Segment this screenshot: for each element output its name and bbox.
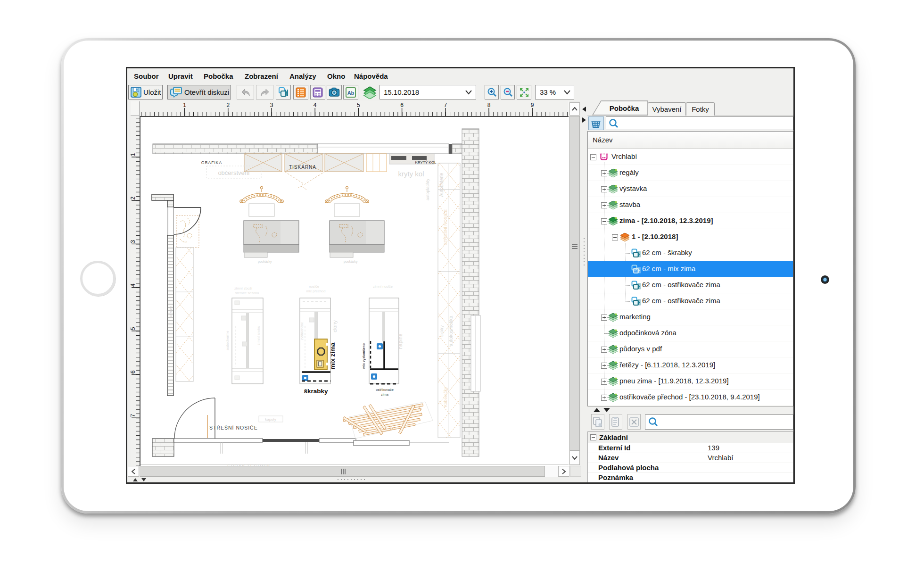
svg-text:skútry: skútry xyxy=(439,325,444,337)
svg-text:2: 2 xyxy=(131,197,136,200)
svg-text:4: 4 xyxy=(131,283,136,287)
svg-text:Koberečky: Koberečky xyxy=(443,387,448,407)
svg-text:poukázky: poukázky xyxy=(344,260,358,264)
svg-text:5: 5 xyxy=(357,102,360,108)
svg-text:Pobočka: Pobočka xyxy=(610,104,639,112)
svg-text:1: 1 xyxy=(183,102,186,108)
svg-text:autokosmetika: autokosmetika xyxy=(448,315,454,346)
svg-text:4: 4 xyxy=(314,102,317,108)
svg-text:6: 6 xyxy=(400,102,404,108)
svg-text:8: 8 xyxy=(487,102,491,108)
svg-text:3: 3 xyxy=(270,102,273,108)
svg-text:1: 1 xyxy=(131,153,136,156)
svg-text:clony: clony xyxy=(332,320,338,332)
svg-text:stěrače sezóna: stěrače sezóna xyxy=(235,291,260,295)
svg-text:TISKÁRNA: TISKÁRNA xyxy=(289,164,316,170)
svg-text:STŘEŠNÍ NOSIČE: STŘEŠNÍ NOSIČE xyxy=(209,425,258,431)
svg-text:poukázky: poukázky xyxy=(258,260,272,264)
svg-text:zimní směs: zimní směs xyxy=(256,326,261,345)
svg-text:mix vyzkoušeno: mix vyzkoušeno xyxy=(362,343,366,369)
svg-text:GRAFIKA: GRAFIKA xyxy=(201,160,222,165)
svg-text:KRYTÝ KOL: KRYTÝ KOL xyxy=(415,160,437,165)
svg-text:7: 7 xyxy=(444,102,447,108)
svg-text:náplně: náplně xyxy=(397,333,403,349)
svg-text:kapoty: kapoty xyxy=(265,417,276,422)
svg-text:mix zima: mix zima xyxy=(329,342,336,370)
svg-text:nosiče: nosiče xyxy=(309,284,319,289)
svg-text:2: 2 xyxy=(226,102,230,108)
svg-text:škrabky: škrabky xyxy=(304,388,328,395)
svg-text:STŘEŠNÍ NOSIČE: STŘEŠNÍ NOSIČE xyxy=(443,209,448,245)
svg-text:mix přechod: mix přechod xyxy=(306,289,326,293)
svg-text:Ab: Ab xyxy=(347,90,355,96)
svg-text:autochemie: autochemie xyxy=(225,331,230,350)
svg-text:zimní nosiče: zimní nosiče xyxy=(373,284,393,289)
svg-text:7: 7 xyxy=(131,414,136,417)
svg-text:Autobaterie: Autobaterie xyxy=(439,173,444,197)
svg-text:zima: zima xyxy=(381,392,389,397)
svg-text:ostřikovače: ostřikovače xyxy=(376,388,394,392)
svg-text:3: 3 xyxy=(131,240,136,243)
svg-text:autoplachty: autoplachty xyxy=(425,178,430,200)
svg-text:6: 6 xyxy=(131,370,136,373)
svg-text:občerstvení: občerstvení xyxy=(218,169,250,176)
svg-text:zvýhodněné: zvýhodněné xyxy=(300,322,304,340)
svg-text:9: 9 xyxy=(531,102,534,108)
svg-text:zimní zboží: zimní zboží xyxy=(234,286,253,290)
svg-text:5: 5 xyxy=(131,327,136,330)
svg-text:kryty kol: kryty kol xyxy=(398,170,424,178)
svg-text:stěrače: stěrače xyxy=(169,306,173,318)
